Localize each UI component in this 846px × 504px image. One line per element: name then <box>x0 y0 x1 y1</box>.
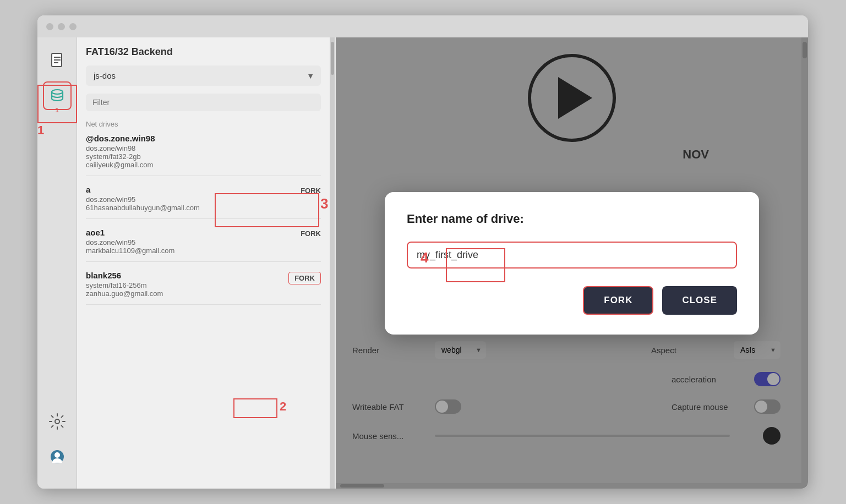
gear-icon-btn[interactable] <box>43 407 72 436</box>
drive-name-input[interactable] <box>417 249 727 261</box>
main-content: 1 <box>37 37 808 489</box>
drive-row-a: a dos.zone/win95 61hasanabdullahuygun@gm… <box>86 185 321 212</box>
drive-sub1-blank256: system/fat16-256m <box>86 281 163 289</box>
modal-fork-button[interactable]: FORK <box>583 286 653 315</box>
traffic-light-maximize[interactable] <box>69 23 77 30</box>
drive-name-blank256: blank256 <box>86 271 163 280</box>
left-scrollbar[interactable] <box>330 37 335 489</box>
modal-overlay: Enter name of drive: FORK CLOSE <box>336 37 808 489</box>
user-icon-btn[interactable] <box>43 442 72 471</box>
section-label: Net drives <box>86 120 321 128</box>
modal-buttons: FORK CLOSE <box>407 286 737 315</box>
drive-sub3-win98: caiiiyeuk@gmail.com <box>86 161 155 169</box>
filter-input[interactable] <box>86 94 321 111</box>
drive-row-blank256: blank256 system/fat16-256m zanhua.guo@gm… <box>86 271 321 298</box>
drive-sub2-blank256: zanhua.guo@gmail.com <box>86 289 163 298</box>
main-window: 1 <box>37 15 808 489</box>
backend-dropdown[interactable]: js-dos <box>86 65 321 86</box>
fork-button-a[interactable]: FORK <box>301 185 321 196</box>
drive-info-aoe1: aoe1 dos.zone/win95 markbalcu1109@gmail.… <box>86 228 174 255</box>
icon-strip: 1 <box>37 37 77 489</box>
drive-item-blank256: blank256 system/fat16-256m zanhua.guo@gm… <box>86 271 321 305</box>
drive-name-aoe1: aoe1 <box>86 228 174 237</box>
document-icon-btn[interactable] <box>43 46 72 75</box>
traffic-light-minimize[interactable] <box>58 23 65 30</box>
icon-strip-bottom <box>37 407 77 480</box>
drive-sub2-aoe1: markbalcu1109@gmail.com <box>86 246 174 255</box>
titlebar <box>37 15 808 37</box>
modal-title: Enter name of drive: <box>407 212 737 226</box>
modal-input-wrapper <box>407 242 737 269</box>
gear-icon <box>48 413 66 430</box>
panel-title: FAT16/32 Backend <box>86 46 321 58</box>
user-icon <box>48 448 66 465</box>
drive-sub1-win98: dos.zone/win98 <box>86 144 155 152</box>
backend-dropdown-wrapper: js-dos ▼ <box>86 65 321 86</box>
drive-sub2-a: 61hasanabdullahuygun@gmail.com <box>86 204 200 212</box>
traffic-light-close[interactable] <box>46 23 53 30</box>
annotation-1-badge: 1 <box>55 107 58 113</box>
left-panel-container: FAT16/32 Backend js-dos ▼ Net drives @do… <box>77 37 336 489</box>
drive-row-aoe1: aoe1 dos.zone/win95 markbalcu1109@gmail.… <box>86 228 321 255</box>
document-icon <box>48 52 66 69</box>
drive-name-a: a <box>86 185 200 194</box>
drive-info-blank256: blank256 system/fat16-256m zanhua.guo@gm… <box>86 271 163 298</box>
drive-item-aoe1: aoe1 dos.zone/win95 markbalcu1109@gmail.… <box>86 228 321 262</box>
modal-dialog: Enter name of drive: FORK CLOSE <box>385 192 759 335</box>
drive-sub1-a: dos.zone/win95 <box>86 195 200 204</box>
drive-info-win98: @dos.zone.win98 dos.zone/win98 system/fa… <box>86 134 155 169</box>
right-panel: NOV Render webgl canvas software Aspect <box>336 37 808 489</box>
database-icon <box>48 87 66 105</box>
drive-info-a: a dos.zone/win95 61hasanabdullahuygun@gm… <box>86 185 200 212</box>
svg-point-7 <box>54 452 60 458</box>
svg-point-5 <box>55 419 59 424</box>
left-panel: FAT16/32 Backend js-dos ▼ Net drives @do… <box>77 37 330 489</box>
drive-item-win98: @dos.zone.win98 dos.zone/win98 system/fa… <box>86 134 321 176</box>
drive-row-win98: @dos.zone.win98 dos.zone/win98 system/fa… <box>86 134 321 169</box>
left-scrollbar-thumb <box>331 42 334 75</box>
svg-point-4 <box>52 90 63 94</box>
drive-item-a: a dos.zone/win95 61hasanabdullahuygun@gm… <box>86 185 321 219</box>
drive-name-win98: @dos.zone.win98 <box>86 134 155 143</box>
modal-close-button[interactable]: CLOSE <box>662 286 737 315</box>
database-icon-btn[interactable]: 1 <box>43 81 72 110</box>
drive-sub2-win98: system/fat32-2gb <box>86 152 155 161</box>
fork-button-aoe1[interactable]: FORK <box>301 228 321 239</box>
fork-button-blank256[interactable]: FORK <box>288 272 321 284</box>
drive-sub1-aoe1: dos.zone/win95 <box>86 238 174 246</box>
